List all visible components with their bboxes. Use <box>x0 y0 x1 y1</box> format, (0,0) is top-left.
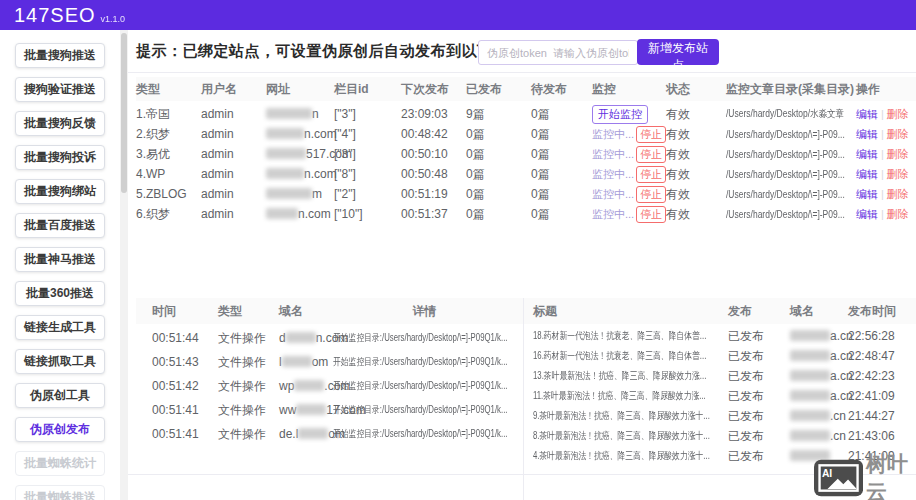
site-url-suffix: n.com <box>298 207 331 221</box>
sites-column-header: 状态 <box>666 81 726 98</box>
published-domain-suffix: .cn <box>830 429 846 443</box>
site-status: 有效 <box>666 206 726 223</box>
log-time: 00:51:42 <box>136 379 218 393</box>
log-domain: dn.com <box>276 331 328 345</box>
app-version: v1.1.0 <box>101 14 126 24</box>
stop-monitor-button[interactable]: 停止 <box>636 206 666 223</box>
site-published-count: 9篇 <box>466 106 531 123</box>
sidebar-item-10[interactable]: 伪原创工具 <box>15 383 105 408</box>
redacted-text <box>790 370 830 381</box>
sites-column-header: 监控 <box>592 81 666 98</box>
delete-link[interactable]: 删除 <box>887 128 909 140</box>
sidebar-item-1[interactable]: 搜狗验证推送 <box>15 77 105 102</box>
start-monitor-button[interactable]: 开始监控 <box>592 105 648 124</box>
sidebar-item-5[interactable]: 批量百度推送 <box>15 213 105 238</box>
site-status: 有效 <box>666 106 726 123</box>
sidebar-item-11[interactable]: 伪原创发布 <box>15 417 105 442</box>
site-status: 有效 <box>666 166 726 183</box>
log-row: 00:51:41文件操作ww17.com开始监控目录:/Users/hardy/… <box>136 398 523 422</box>
site-monitor-dir-text: /Users/hardy/Desktop/\=]-P09... <box>726 209 845 220</box>
stop-monitor-button[interactable]: 停止 <box>636 166 666 183</box>
published-domain: .cn <box>763 429 848 443</box>
edit-link[interactable]: 编辑 <box>856 148 878 160</box>
sidebar-item-8[interactable]: 链接生成工具 <box>15 315 105 340</box>
log-type: 文件操作 <box>218 330 276 347</box>
sidebar-item-2[interactable]: 批量搜狗反馈 <box>15 111 105 136</box>
token-input[interactable] <box>478 40 638 65</box>
log-type: 文件操作 <box>218 354 276 371</box>
publish-status: 已发布 <box>708 448 763 465</box>
action-separator: | <box>881 188 884 200</box>
site-column-id: ["10"] <box>334 207 401 221</box>
log-detail-text: 开始监控目录:/Users/hardy/Desktop/\=]-P09Q1/k.… <box>333 379 507 393</box>
edit-link[interactable]: 编辑 <box>856 188 878 200</box>
published-row: 11.茶叶最新泡法！抗癌、降三高、降尿酸效力涨...已发布a.cn22:41:0… <box>523 386 916 406</box>
sites-column-header: 下次发布 <box>401 81 466 98</box>
delete-link[interactable]: 删除 <box>887 188 909 200</box>
log-detail: 开始监控目录:/Users/hardy/Desktop/\=]-P09Q1/k.… <box>328 427 523 441</box>
site-status: 有效 <box>666 126 726 143</box>
log-column-header: 标题 <box>523 303 708 320</box>
site-url-suffix: n.com <box>304 167 337 181</box>
monitoring-label: 监控中... <box>592 208 634 220</box>
delete-link[interactable]: 删除 <box>887 168 909 180</box>
stop-monitor-button[interactable]: 停止 <box>636 186 666 203</box>
log-time: 00:51:41 <box>136 403 218 417</box>
site-published-count: 0篇 <box>466 166 531 183</box>
log-detail: 开始监控目录:/Users/hardy/Desktop/\=]-P09Q1/k.… <box>328 379 523 393</box>
published-title-text: 9.茶叶最新泡法！抗癌、降三高、降尿酸效力涨十... <box>533 409 710 423</box>
log-detail-text: 开始监控目录:/Users/hardy/Desktop/\=]-P09Q1/k.… <box>333 403 507 417</box>
site-published-count: 0篇 <box>466 186 531 203</box>
sidebar-scrollbar-thumb[interactable] <box>121 33 127 193</box>
edit-link[interactable]: 编辑 <box>856 168 878 180</box>
log-table-left-rows: 00:51:44文件操作dn.com开始监控目录:/Users/hardy/De… <box>136 326 523 446</box>
sites-table-header: 类型用户名网址栏目id下次发布已发布待发布监控状态监控文章目录(采集目录)操作 <box>136 77 916 101</box>
edit-link[interactable]: 编辑 <box>856 208 878 220</box>
redacted-text <box>790 330 830 341</box>
sidebar-item-9[interactable]: 链接抓取工具 <box>15 349 105 374</box>
log-table-right-rows: 18.药材新一代泡法！抗衰老、降三高、降自体普...已发布a.cn22:56:2… <box>523 326 916 466</box>
table-row: 4.WPadminn.com["8"]00:50:480篇0篇监控中...停止有… <box>136 164 916 184</box>
published-row: 18.药材新一代泡法！抗衰老、降三高、降自体普...已发布a.cn22:56:2… <box>523 326 916 346</box>
edit-link[interactable]: 编辑 <box>856 128 878 140</box>
publish-time: 22:41:09 <box>848 389 916 403</box>
action-separator: | <box>881 128 884 140</box>
stop-monitor-button[interactable]: 停止 <box>636 146 666 163</box>
log-domain-prefix: d <box>279 331 286 345</box>
delete-link[interactable]: 删除 <box>887 208 909 220</box>
site-column-id: ["4"] <box>334 127 401 141</box>
published-title-text: 8.茶叶最新泡法！抗癌、降三高、降尿酸效力涨十... <box>533 429 710 443</box>
publish-time: 22:42:23 <box>848 369 916 383</box>
sites-table-rows: 1.帝国adminn["3"]23:09:039篇0篇开始监控有效/Users/… <box>136 104 916 224</box>
site-monitor-dir: /Users/hardy/Desktop/水淼文章 <box>726 107 856 121</box>
delete-link[interactable]: 删除 <box>887 148 909 160</box>
app-title: 147SEO <box>14 0 96 30</box>
delete-link[interactable]: 删除 <box>887 108 909 120</box>
published-title: 9.茶叶最新泡法！抗癌、降三高、降尿酸效力涨十... <box>523 409 708 423</box>
log-type: 文件操作 <box>218 426 276 443</box>
publish-time: 21:44:27 <box>848 409 916 423</box>
edit-link[interactable]: 编辑 <box>856 108 878 120</box>
stop-monitor-button[interactable]: 停止 <box>636 126 666 143</box>
log-column-header: 时间 <box>136 303 218 320</box>
site-monitor-dir: /Users/hardy/Desktop/\=]-P09... <box>726 189 856 200</box>
log-type: 文件操作 <box>218 402 276 419</box>
sites-column-header: 已发布 <box>466 81 531 98</box>
published-row: 16.药材新一代泡法！抗衰老、降三高、降自体普...已发布a.cn22:48:4… <box>523 346 916 366</box>
sidebar-item-4[interactable]: 批量搜狗绑站 <box>15 179 105 204</box>
sidebar-item-6[interactable]: 批量神马推送 <box>15 247 105 272</box>
publish-status: 已发布 <box>708 348 763 365</box>
site-url: n.com <box>266 207 334 221</box>
sidebar-item-7[interactable]: 批量360推送 <box>15 281 105 306</box>
publish-status: 已发布 <box>708 428 763 445</box>
published-row: 8.茶叶最新泡法！抗癌、降三高、降尿酸效力涨十...已发布.cn21:43:06 <box>523 426 916 446</box>
log-domain-prefix: wp <box>279 379 294 393</box>
published-title: 18.药材新一代泡法！抗衰老、降三高、降自体普... <box>523 329 708 343</box>
add-publish-site-button[interactable]: 新增发布站点 <box>637 39 719 65</box>
sidebar-item-0[interactable]: 批量搜狗推送 <box>15 43 105 68</box>
site-url-suffix: n.com <box>304 127 337 141</box>
sidebar-item-3[interactable]: 批量搜狗投诉 <box>15 145 105 170</box>
site-next-publish: 00:50:48 <box>401 167 466 181</box>
watermark-label: 树叶云 <box>866 450 916 500</box>
log-detail-text: 开始监控目录:/Users/hardy/Desktop/\=]-P09Q1/k.… <box>333 427 507 441</box>
